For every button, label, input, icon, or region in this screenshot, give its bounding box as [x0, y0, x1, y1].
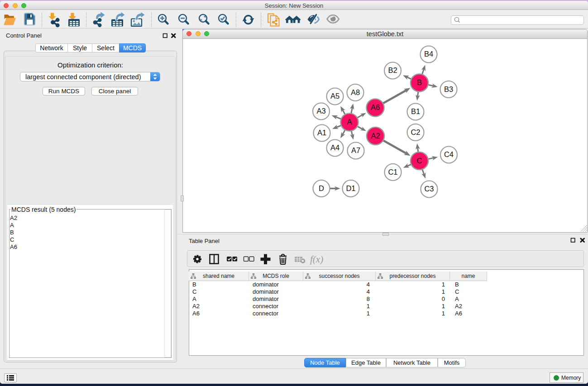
- svg-text:D1: D1: [346, 184, 355, 192]
- svg-text:A4: A4: [330, 143, 339, 152]
- svg-text:D: D: [319, 184, 324, 192]
- svg-text:C2: C2: [411, 128, 420, 136]
- svg-text:A2: A2: [371, 132, 380, 140]
- svg-text:C4: C4: [444, 150, 454, 158]
- svg-text:A6: A6: [371, 103, 380, 111]
- svg-text:A3: A3: [316, 107, 325, 115]
- svg-text:B1: B1: [411, 107, 420, 115]
- svg-text:C1: C1: [388, 168, 397, 176]
- svg-text:B: B: [417, 78, 422, 86]
- svg-text:A5: A5: [330, 92, 339, 100]
- svg-text:B2: B2: [388, 66, 397, 74]
- svg-text:A1: A1: [317, 129, 326, 137]
- svg-text:A8: A8: [351, 88, 360, 96]
- svg-text:A7: A7: [351, 146, 360, 154]
- svg-text:f(x): f(x): [310, 254, 323, 265]
- svg-text:B3: B3: [444, 85, 453, 93]
- svg-text:B4: B4: [424, 50, 433, 58]
- svg-text:C: C: [417, 157, 422, 165]
- svg-text:A: A: [347, 118, 352, 126]
- svg-text:C3: C3: [424, 185, 434, 193]
